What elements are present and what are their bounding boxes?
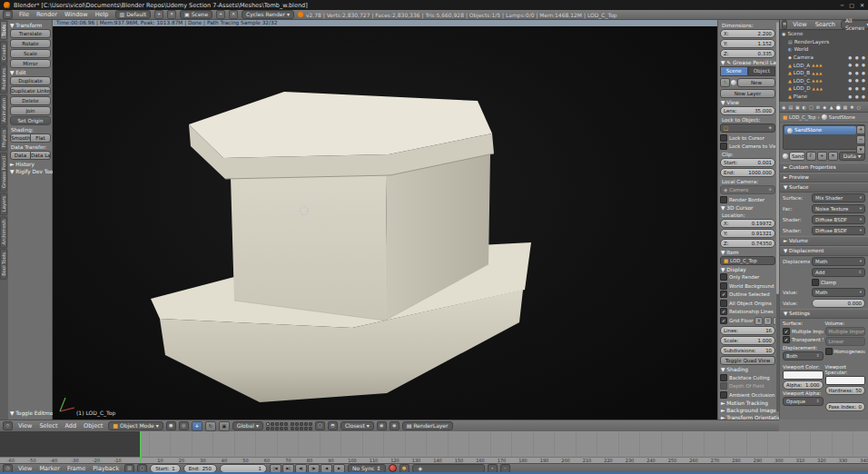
value-math-dropdown[interactable]: Math▾: [812, 288, 865, 297]
new-material-button[interactable]: +: [817, 152, 827, 161]
opengl-render-image-button[interactable]: ◉: [377, 421, 387, 430]
viewport-shading-dropdown[interactable]: ●: [166, 421, 176, 430]
use-preview-range-icon[interactable]: ▧: [124, 464, 134, 473]
scene-selector[interactable]: ▣Scene: [180, 10, 212, 19]
displacement-section[interactable]: ▼ Displacement: [780, 246, 868, 256]
modifiers-tab-icon[interactable]: ◆: [822, 104, 828, 111]
render-toggle-icon[interactable]: ●: [862, 86, 866, 91]
physics-tab-icon[interactable]: ○: [856, 104, 863, 111]
outliner-row[interactable]: ▲ Plane ▲▲▲ ● ● ●: [780, 93, 868, 101]
edit-panel-header[interactable]: ▼ Edit: [10, 70, 52, 75]
render-toggle-icon[interactable]: ●: [862, 55, 866, 60]
displacement-dropdown[interactable]: Math▾: [812, 257, 865, 266]
timeline-menu-item[interactable]: Playback: [90, 465, 122, 472]
history-panel-header[interactable]: ► History: [10, 162, 52, 167]
tool-shelf-tab[interactable]: Physics: [0, 126, 7, 151]
insert-keyframe-button[interactable]: ＋: [488, 464, 498, 473]
volume-sampling-dropdown[interactable]: Multiple Importance: [825, 327, 866, 336]
outliner-search-menu[interactable]: Search: [813, 21, 838, 28]
shading-checkbox[interactable]: Depth Of Field: [720, 382, 775, 390]
start-frame-field[interactable]: Start:1: [150, 464, 180, 473]
material-tab-icon[interactable]: ●: [835, 104, 842, 111]
homogeneous-checkbox[interactable]: Homogeneous: [825, 348, 866, 355]
selectability-icon[interactable]: ●: [855, 86, 860, 91]
display-checkbox[interactable]: Relationship Lines: [720, 308, 775, 315]
delete-layout-button[interactable]: ✕: [167, 10, 176, 19]
display-checkbox[interactable]: All Object Origins: [720, 300, 775, 307]
menu-item[interactable]: Window: [62, 11, 91, 18]
cursor-panel-header[interactable]: ▼ 3D Cursor: [721, 205, 775, 211]
end-frame-field[interactable]: End:250: [183, 464, 217, 473]
cursor-y-field[interactable]: Y:0.91321: [720, 229, 775, 238]
grid-subdiv-field[interactable]: Subdivisions:10: [720, 346, 775, 355]
viewport-specular-swatch[interactable]: [825, 376, 866, 385]
playback-button[interactable]: ▶: [333, 464, 345, 473]
transparent-shadows-checkbox[interactable]: Transparent Sha...: [783, 336, 824, 343]
object-tab-icon[interactable]: □: [808, 104, 814, 111]
toggle-quad-view-button[interactable]: Toggle Quad View: [720, 356, 775, 365]
unlink-material-button[interactable]: ✕: [828, 152, 838, 161]
autokey-mode-dropdown[interactable]: ●: [399, 464, 409, 473]
timeline-menu-item[interactable]: View: [15, 465, 35, 472]
axis-toggle[interactable]: X: [755, 317, 763, 325]
delete-keyframe-button[interactable]: －: [500, 464, 510, 473]
smooth-button[interactable]: Smooth: [10, 133, 31, 143]
outliner-row[interactable]: ▤ RenderLayers ▲▲▲ ● ● ●: [780, 38, 868, 46]
set-origin-dropdown[interactable]: Set Origin: [10, 116, 51, 125]
playback-button[interactable]: |▶: [308, 464, 320, 473]
visibility-eye-icon[interactable]: ●: [848, 55, 853, 60]
layers-widget[interactable]: [266, 422, 312, 430]
lens-field[interactable]: Lens:35.000: [720, 106, 775, 115]
tool-shelf-tab[interactable]: Relations: [0, 64, 7, 94]
outliner-row[interactable]: ▲ LOD_B ▲▲▲ ● ● ●: [780, 69, 868, 77]
render-layer-dropdown[interactable]: ▤RenderLayer: [402, 421, 453, 430]
editor-type-icon[interactable]: ≡: [782, 20, 787, 29]
shading-panel-header[interactable]: ▼ Shading: [721, 367, 775, 372]
settings-section[interactable]: ▼ Settings: [780, 309, 868, 319]
tool-shelf-tab[interactable]: Tools: [0, 21, 7, 40]
material-slot-selected[interactable]: SandStone: [784, 126, 856, 134]
remove-slot-button[interactable]: −: [856, 135, 865, 144]
pivot-point-dropdown[interactable]: ◎: [179, 421, 189, 430]
collapsed-panel-header[interactable]: ► Background Images: [721, 408, 775, 413]
grid-lines-field[interactable]: Lines:16: [720, 326, 775, 335]
local-camera-field[interactable]: ◆Camera◈: [720, 185, 775, 194]
render-toggle-icon[interactable]: ●: [862, 94, 866, 99]
view-panel-header[interactable]: ▼ View: [721, 100, 775, 105]
shader-dropdown[interactable]: Diffuse BSDF▾: [812, 215, 865, 224]
tool-shelf-tab[interactable]: Grease Pencil: [0, 153, 7, 192]
material-browse-icon[interactable]: [783, 153, 788, 159]
snap-magnet-icon[interactable]: ◓: [328, 421, 338, 430]
visibility-eye-icon[interactable]: ●: [848, 78, 853, 83]
dimension-y-field[interactable]: Y:1.152: [720, 39, 775, 48]
transform-button[interactable]: Translate: [10, 29, 51, 38]
mode-dropdown[interactable]: ■Object Mode▾: [108, 421, 163, 430]
lock-object-field[interactable]: □◈: [720, 123, 775, 133]
transform-panel-header[interactable]: ▼ Transform: [10, 23, 52, 28]
outliner-row[interactable]: ▲ LOD_C ▲▲▲ ● ● ●: [780, 77, 868, 85]
hardness-slider[interactable]: Hardness:50: [825, 386, 866, 395]
fake-user-button[interactable]: F: [806, 152, 816, 161]
edit-button[interactable]: Duplicate: [10, 76, 51, 85]
world-tab-icon[interactable]: ◐: [802, 104, 808, 111]
texture-tab-icon[interactable]: ▦: [843, 104, 849, 111]
dimension-z-field[interactable]: Z:0.335: [720, 49, 775, 58]
manipulator-scale-button[interactable]: ▣: [219, 421, 230, 431]
constraints-tab-icon[interactable]: ⊞: [815, 104, 822, 111]
flat-button[interactable]: Flat: [31, 133, 51, 143]
edit-button[interactable]: Join: [10, 106, 51, 115]
edit-button[interactable]: Delete: [10, 96, 51, 105]
selectability-icon[interactable]: ●: [855, 94, 860, 99]
collapsed-panel-header[interactable]: ► Motion Tracking: [721, 400, 775, 406]
menu-item[interactable]: File: [16, 11, 32, 18]
view3d-menu-item[interactable]: View: [15, 422, 35, 430]
scene-tab-icon[interactable]: ▣: [794, 104, 801, 111]
record-button[interactable]: [389, 464, 397, 472]
clamp-checkbox[interactable]: Clamp: [812, 279, 836, 286]
multiple-importance-checkbox[interactable]: Multiple Import...: [783, 328, 824, 335]
view3d-menu-item[interactable]: Select: [36, 422, 60, 430]
timeline-menu-item[interactable]: Marker: [36, 465, 62, 472]
transform-button[interactable]: Scale: [10, 49, 51, 58]
shader-dropdown[interactable]: Mix Shader▾: [812, 193, 865, 202]
selectability-icon[interactable]: ●: [855, 71, 860, 75]
